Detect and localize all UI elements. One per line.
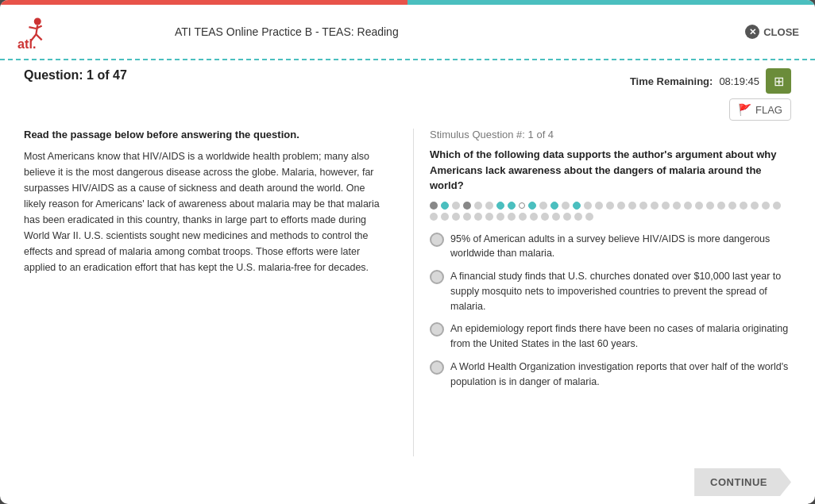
progress-dot: [595, 202, 603, 210]
continue-button[interactable]: CONTINUE: [694, 468, 791, 496]
svg-line-1: [36, 25, 37, 34]
time-row: Time Remaining: 08:19:45 ⊞: [630, 68, 791, 94]
stimulus-question: Which of the following data supports the…: [430, 147, 791, 194]
progress-dot: [528, 202, 536, 210]
option-text-a: 95% of American adults in a survey belie…: [450, 232, 791, 262]
progress-dot: [550, 202, 558, 210]
progress-dot: [441, 213, 449, 221]
progress-dot: [541, 213, 549, 221]
progress-dot: [563, 213, 571, 221]
logo-area: ati.: [16, 14, 175, 50]
radio-a: [430, 233, 444, 247]
continue-area: CONTINUE: [0, 464, 815, 504]
progress-dot: [695, 202, 703, 210]
answer-option-b[interactable]: A financial study finds that U.S. church…: [430, 269, 791, 314]
progress-dot: [539, 202, 547, 210]
svg-line-2: [29, 27, 36, 29]
progress-dot: [452, 202, 460, 210]
progress-dot: [552, 213, 560, 221]
radio-b: [430, 270, 444, 284]
progress-dot: [717, 202, 725, 210]
right-panel: Stimulus Question #: 1 of 4 Which of the…: [413, 129, 791, 456]
progress-dot: [751, 202, 759, 210]
content-area: Question: 1 of 47 Time Remaining: 08:19:…: [0, 60, 815, 464]
progress-dot: [474, 213, 482, 221]
flag-label: FLAG: [755, 104, 782, 116]
progress-dot: [463, 213, 471, 221]
header-title: ATI TEAS Online Practice B - TEAS: Readi…: [175, 25, 745, 38]
progress-dot: [617, 202, 625, 210]
progress-dot: [585, 213, 593, 221]
progress-dot: [508, 202, 516, 210]
progress-dot: [485, 213, 493, 221]
progress-dot: [628, 202, 636, 210]
option-text-d: A World Health Organization investigatio…: [450, 360, 791, 390]
progress-dot: [673, 202, 681, 210]
progress-dot: [430, 213, 438, 221]
progress-dot: [508, 213, 516, 221]
progress-dot: [762, 202, 770, 210]
progress-dot: [485, 202, 493, 210]
svg-point-0: [34, 17, 41, 25]
option-text-c: An epidemiology report finds there have …: [450, 321, 791, 352]
close-button[interactable]: ✕ CLOSE: [745, 25, 799, 39]
close-icon: ✕: [745, 25, 759, 39]
question-header: Question: 1 of 47 Time Remaining: 08:19:…: [0, 60, 815, 129]
progress-dot: [584, 202, 592, 210]
radio-d: [430, 360, 444, 375]
time-value: 08:19:45: [719, 75, 759, 87]
progress-dot: [496, 202, 504, 210]
progress-dot: [519, 213, 527, 221]
close-label: CLOSE: [763, 26, 799, 38]
read-instruction: Read the passage below before answering …: [24, 129, 385, 140]
progress-dot: [562, 202, 570, 210]
progress-dot: [519, 202, 525, 209]
time-label: Time Remaining:: [630, 75, 713, 87]
calculator-icon[interactable]: ⊞: [766, 68, 791, 94]
progress-dot: [728, 202, 736, 210]
main-content: Read the passage below before answering …: [0, 129, 815, 464]
progress-dot: [662, 202, 670, 210]
stimulus-header: Stimulus Question #: 1 of 4: [430, 129, 791, 140]
left-panel: Read the passage below before answering …: [24, 129, 397, 456]
answer-option-c[interactable]: An epidemiology report finds there have …: [430, 321, 791, 352]
progress-dot: [606, 202, 614, 210]
radio-c: [430, 322, 444, 337]
svg-line-5: [36, 34, 41, 40]
ati-logo: ati.: [16, 14, 56, 50]
progress-dots: [430, 202, 791, 221]
progress-dot: [773, 202, 781, 210]
progress-dot: [651, 202, 659, 210]
option-text-b: A financial study finds that U.S. church…: [450, 269, 791, 314]
progress-dot: [574, 213, 582, 221]
progress-dot: [706, 202, 714, 210]
time-section: Time Remaining: 08:19:45 ⊞ 🚩 FLAG: [630, 68, 791, 121]
progress-dot: [530, 213, 538, 221]
answer-option-a[interactable]: 95% of American adults in a survey belie…: [430, 232, 791, 262]
progress-dot: [441, 202, 449, 210]
svg-text:ati.: ati.: [17, 37, 36, 50]
progress-dot: [463, 202, 471, 210]
progress-dot: [740, 202, 747, 210]
answer-option-d[interactable]: A World Health Organization investigatio…: [430, 360, 791, 390]
main-window: ati. ATI TEAS Online Practice B - TEAS: …: [0, 0, 815, 504]
progress-dot: [496, 213, 504, 221]
answer-options: 95% of American adults in a survey belie…: [430, 232, 791, 390]
flag-button[interactable]: 🚩 FLAG: [729, 98, 791, 121]
progress-dot: [684, 202, 692, 210]
progress-dot: [430, 202, 438, 210]
flag-icon: 🚩: [738, 103, 751, 116]
progress-dot: [452, 213, 460, 221]
question-number: Question: 1 of 47: [24, 68, 127, 83]
header: ati. ATI TEAS Online Practice B - TEAS: …: [0, 5, 815, 60]
progress-dot: [573, 202, 581, 210]
progress-dot: [639, 202, 647, 210]
progress-dot: [474, 202, 482, 210]
passage-text: Most Americans know that HIV/AIDS is a w…: [24, 148, 385, 275]
